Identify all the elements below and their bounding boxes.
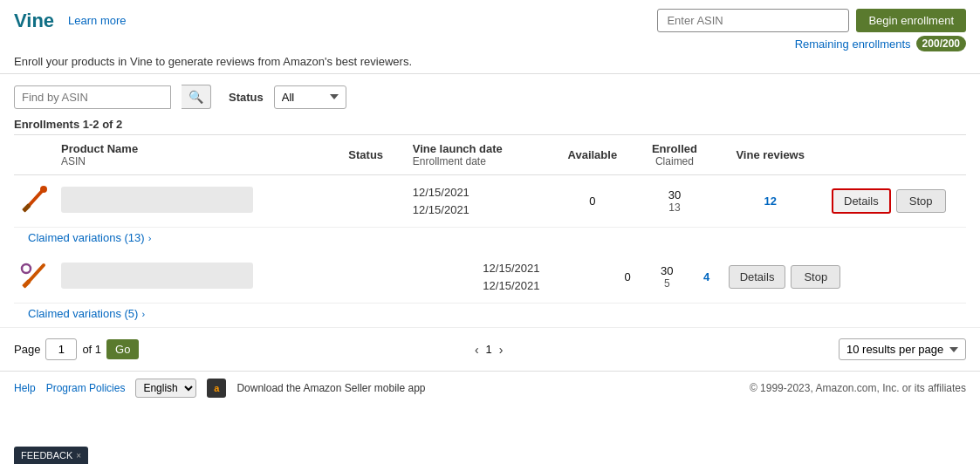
status-select[interactable]: All Active Stopped <box>274 85 346 109</box>
product-icon-2 <box>19 260 51 291</box>
of-text: of 1 <box>82 343 101 356</box>
close-icon[interactable]: × <box>76 451 81 461</box>
available-cell-2: 0 <box>611 251 644 304</box>
actions-cell-2: Details Stop <box>723 251 966 304</box>
go-button[interactable]: Go <box>106 339 139 359</box>
product-name-cell <box>56 175 343 228</box>
col-img <box>14 135 56 175</box>
product-icon-1 <box>19 184 51 215</box>
date-cell-2: 12/15/2021 12/15/2021 <box>477 251 611 304</box>
enrolled-cell-1: 30 13 <box>635 175 715 228</box>
enrollment-badge: 200/200 <box>916 36 966 51</box>
feedback-label: FEEDBACK <box>21 450 72 461</box>
search-icon: 🔍 <box>188 90 203 104</box>
vine-reviews-cell-1[interactable]: 12 <box>714 175 826 228</box>
status-cell-2 <box>457 251 478 304</box>
prev-page-button[interactable]: ‹ <box>475 343 479 357</box>
col-vine-launch-date: Vine launch date Enrollment date <box>408 135 550 175</box>
actions-cell-1: Details Stop <box>826 175 966 228</box>
chevron-right-icon-2: › <box>141 309 145 319</box>
status-label: Status <box>229 91 264 104</box>
vine-reviews-cell-2[interactable]: 4 <box>690 251 723 304</box>
table-row: 12/15/2021 12/15/2021 0 30 5 4 Details <box>14 251 966 304</box>
product-image-cell <box>14 175 56 228</box>
available-cell-1: 0 <box>550 175 634 228</box>
table-row: 12/15/2021 12/15/2021 0 30 13 12 Details <box>14 175 966 228</box>
program-policies-link[interactable]: Program Policies <box>46 382 126 394</box>
subtitle-text: Enroll your products in Vine to generate… <box>14 55 966 68</box>
col-status: Status <box>343 135 407 175</box>
claimed-variations-1[interactable]: Claimed variations (13) › <box>14 228 966 251</box>
svg-point-4 <box>22 264 31 273</box>
col-enrolled: Enrolled Claimed <box>635 135 715 175</box>
product-name-cell-2 <box>56 251 457 304</box>
date-cell-1: 12/15/2021 12/15/2021 <box>408 175 550 228</box>
col-vine-reviews: Vine reviews <box>714 135 826 175</box>
col-actions <box>826 135 966 175</box>
details-button-1[interactable]: Details <box>832 188 891 214</box>
page-label: Page <box>14 343 40 356</box>
begin-enrollment-button[interactable]: Begin enrollment <box>856 9 966 32</box>
language-select[interactable]: English <box>135 379 196 398</box>
col-available: Available <box>550 135 634 175</box>
stop-button-2[interactable]: Stop <box>791 265 840 289</box>
details-button-2[interactable]: Details <box>729 265 786 289</box>
results-per-page-select[interactable]: 10 results per page 25 results per page … <box>839 338 966 360</box>
page-input[interactable] <box>45 338 77 360</box>
next-page-button[interactable]: › <box>499 343 504 357</box>
learn-more-link[interactable]: Learn more <box>68 14 126 27</box>
svg-point-1 <box>40 186 47 193</box>
enrolled-cell-2: 30 5 <box>644 251 689 304</box>
search-button[interactable]: 🔍 <box>182 85 211 109</box>
col-product-name: Product Name ASIN <box>56 135 343 175</box>
chevron-right-icon-1: › <box>148 233 152 243</box>
amazon-icon: a <box>207 379 226 398</box>
claimed-variations-2[interactable]: Claimed variations (5) › <box>14 304 966 327</box>
page-title: Vine <box>14 10 54 32</box>
current-page-number: 1 <box>486 343 492 356</box>
copyright-text: © 1999-2023, Amazon.com, Inc. or its aff… <box>750 382 966 394</box>
remaining-enrollments: Remaining enrollments 200/200 <box>795 36 966 51</box>
product-image-cell-2 <box>14 251 56 304</box>
footer-app-label: Download the Amazon Seller mobile app <box>236 382 425 394</box>
enrollments-count: Enrollments 1-2 of 2 <box>0 114 980 134</box>
stop-button-1[interactable]: Stop <box>896 189 946 213</box>
footer: Help Program Policies English a Download… <box>0 371 980 405</box>
find-asin-input[interactable] <box>14 85 171 109</box>
feedback-button[interactable]: FEEDBACK × <box>14 447 88 464</box>
help-link[interactable]: Help <box>14 382 36 394</box>
asin-input[interactable] <box>657 9 849 32</box>
status-cell <box>343 175 407 228</box>
pagination-bar: Page of 1 Go ‹ 1 › 10 results per page 2… <box>0 327 980 371</box>
